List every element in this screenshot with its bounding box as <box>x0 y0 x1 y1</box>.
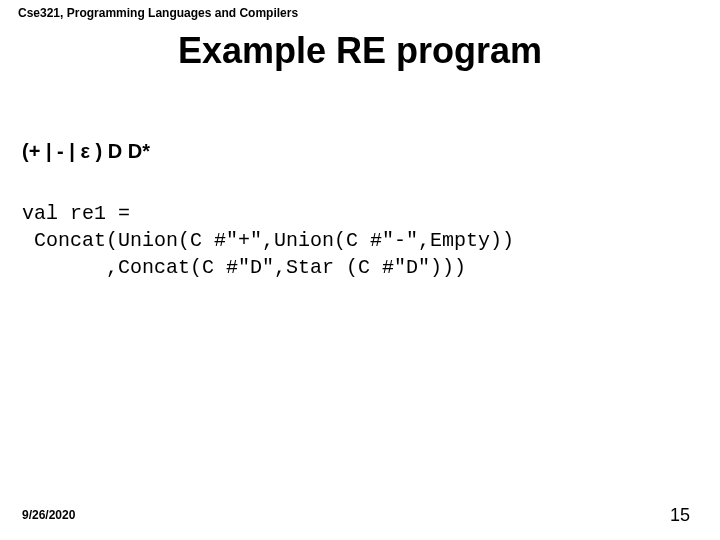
footer-page-number: 15 <box>670 505 690 526</box>
code-line-1: val re1 = <box>22 202 130 225</box>
code-line-2: Concat(Union(C #"+",Union(C #"-",Empty)) <box>22 229 514 252</box>
code-block: val re1 = Concat(Union(C #"+",Union(C #"… <box>22 200 514 281</box>
slide: Cse321, Programming Languages and Compil… <box>0 0 720 540</box>
code-line-3: ,Concat(C #"D",Star (C #"D"))) <box>22 256 466 279</box>
footer-date: 9/26/2020 <box>22 508 75 522</box>
regex-expression: (+ | - | ε ) D D* <box>22 140 150 163</box>
course-header: Cse321, Programming Languages and Compil… <box>18 6 298 20</box>
slide-title: Example RE program <box>0 30 720 72</box>
